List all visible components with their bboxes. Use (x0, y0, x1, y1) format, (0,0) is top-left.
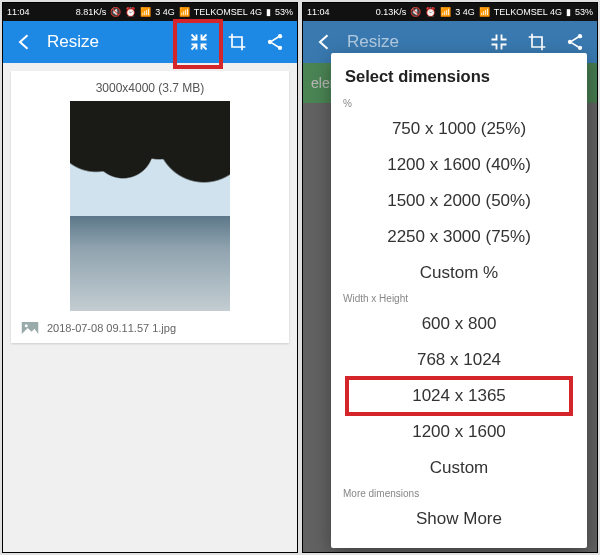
show-more-button[interactable]: Show More (341, 501, 577, 537)
net-speed: 8.81K/s (76, 7, 107, 17)
option-40pct[interactable]: 1200 x 1600 (40%) (341, 147, 577, 183)
image-thumbnail[interactable] (70, 101, 230, 311)
option-custom-pct[interactable]: Custom % (341, 255, 577, 291)
select-dimensions-dialog: Select dimensions % 750 x 1000 (25%) 120… (331, 53, 587, 548)
page-title: Resize (347, 32, 477, 52)
status-right: 0.13K/s 🔇 ⏰ 📶 3 4G 📶 TELKOMSEL 4G ▮ 53% (333, 7, 593, 17)
option-1024x1365[interactable]: 1024 x 1365 (345, 376, 573, 416)
image-content (70, 101, 230, 217)
sim2-label: TELKOMSEL 4G (194, 7, 262, 17)
left-screenshot: 11:04 8.81K/s 🔇 ⏰ 📶 3 4G 📶 TELKOMSEL 4G … (2, 2, 298, 553)
battery-icon: ▮ (566, 7, 571, 17)
option-50pct[interactable]: 1500 x 2000 (50%) (341, 183, 577, 219)
image-card[interactable]: 3000x4000 (3.7 MB) 2018-07-08 09.11.57 1… (11, 71, 289, 343)
alarm-icon: ⏰ (425, 7, 436, 17)
status-right: 8.81K/s 🔇 ⏰ 📶 3 4G 📶 TELKOMSEL 4G ▮ 53% (33, 7, 293, 17)
option-75pct[interactable]: 2250 x 3000 (75%) (341, 219, 577, 255)
status-bar: 11:04 8.81K/s 🔇 ⏰ 📶 3 4G 📶 TELKOMSEL 4G … (3, 3, 297, 21)
file-row: 2018-07-08 09.11.57 1.jpg (21, 321, 279, 335)
sim2-label: TELKOMSEL 4G (494, 7, 562, 17)
resize-collapse-button[interactable] (183, 26, 215, 58)
signal2-icon: 📶 (479, 7, 490, 17)
status-time: 11:04 (307, 7, 330, 17)
signal1-icon: 📶 (140, 7, 151, 17)
alarm-icon: ⏰ (125, 7, 136, 17)
battery-pct: 53% (275, 7, 293, 17)
signal2-icon: 📶 (179, 7, 190, 17)
sim1-label: 3 4G (155, 7, 175, 17)
option-600x800[interactable]: 600 x 800 (341, 306, 577, 342)
back-button[interactable] (9, 26, 41, 58)
page-title: Resize (47, 32, 177, 52)
status-time: 11:04 (7, 7, 30, 17)
section-wh: Width x Height (341, 291, 577, 306)
net-speed: 0.13K/s (376, 7, 407, 17)
sim1-label: 3 4G (455, 7, 475, 17)
option-custom-wh[interactable]: Custom (341, 450, 577, 486)
app-bar: Resize (3, 21, 297, 63)
image-file-icon (21, 321, 39, 335)
svg-point-4 (25, 324, 28, 327)
battery-pct: 53% (575, 7, 593, 17)
crop-button[interactable] (221, 26, 253, 58)
signal1-icon: 📶 (440, 7, 451, 17)
share-button[interactable] (259, 26, 291, 58)
section-percent: % (341, 96, 577, 111)
section-more: More dimensions (341, 486, 577, 501)
right-screenshot: 11:04 0.13K/s 🔇 ⏰ 📶 3 4G 📶 TELKOMSEL 4G … (302, 2, 598, 553)
status-bar: 11:04 0.13K/s 🔇 ⏰ 📶 3 4G 📶 TELKOMSEL 4G … (303, 3, 597, 21)
mute-icon: 🔇 (410, 7, 421, 17)
mute-icon: 🔇 (110, 7, 121, 17)
option-25pct[interactable]: 750 x 1000 (25%) (341, 111, 577, 147)
file-name: 2018-07-08 09.11.57 1.jpg (47, 322, 176, 334)
image-dimensions-label: 3000x4000 (3.7 MB) (21, 81, 279, 95)
option-1200x1600[interactable]: 1200 x 1600 (341, 414, 577, 450)
option-768x1024[interactable]: 768 x 1024 (341, 342, 577, 378)
content-area: 3000x4000 (3.7 MB) 2018-07-08 09.11.57 1… (3, 63, 297, 552)
battery-icon: ▮ (266, 7, 271, 17)
dialog-title: Select dimensions (341, 67, 577, 86)
